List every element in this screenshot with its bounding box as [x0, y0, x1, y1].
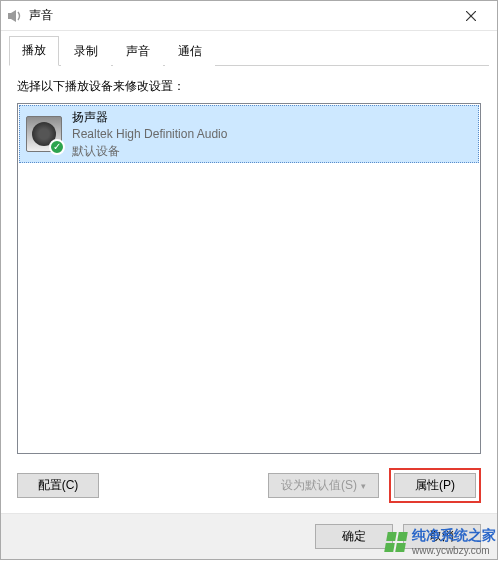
svg-rect-0	[8, 13, 11, 19]
dialog-footer: 确定 取消	[1, 513, 497, 559]
device-buttons-row: 配置(C) 设为默认值(S) ▾ 属性(P)	[17, 468, 481, 503]
set-default-label: 设为默认值(S)	[281, 477, 357, 494]
chevron-down-icon: ▾	[361, 481, 366, 491]
set-default-button[interactable]: 设为默认值(S) ▾	[268, 473, 379, 498]
speaker-icon: ✓	[26, 116, 62, 152]
tab-recording[interactable]: 录制	[61, 37, 111, 66]
tab-pane-playback: 选择以下播放设备来修改设置： ✓ 扬声器 Realtek High Defini…	[1, 66, 497, 513]
properties-button[interactable]: 属性(P)	[394, 473, 476, 498]
tab-strip: 播放 录制 声音 通信	[1, 31, 497, 66]
ok-button[interactable]: 确定	[315, 524, 393, 549]
device-info: 扬声器 Realtek High Definition Audio 默认设备	[72, 109, 227, 159]
device-item-speakers[interactable]: ✓ 扬声器 Realtek High Definition Audio 默认设备	[19, 105, 479, 163]
cancel-button[interactable]: 取消	[403, 524, 481, 549]
device-status: 默认设备	[72, 143, 227, 160]
device-name: 扬声器	[72, 109, 227, 126]
sound-icon	[7, 8, 23, 24]
tab-communications[interactable]: 通信	[165, 37, 215, 66]
titlebar: 声音	[1, 1, 497, 31]
device-description: Realtek High Definition Audio	[72, 126, 227, 143]
properties-highlight: 属性(P)	[389, 468, 481, 503]
configure-button[interactable]: 配置(C)	[17, 473, 99, 498]
close-button[interactable]	[451, 2, 491, 30]
default-check-icon: ✓	[49, 139, 65, 155]
sound-dialog: 声音 播放 录制 声音 通信 选择以下播放设备来修改设置： ✓ 扬声器	[0, 0, 498, 560]
device-list[interactable]: ✓ 扬声器 Realtek High Definition Audio 默认设备	[17, 103, 481, 454]
svg-marker-1	[11, 10, 16, 22]
tab-sounds[interactable]: 声音	[113, 37, 163, 66]
window-title: 声音	[29, 7, 451, 24]
tab-playback[interactable]: 播放	[9, 36, 59, 66]
instruction-text: 选择以下播放设备来修改设置：	[17, 78, 481, 95]
